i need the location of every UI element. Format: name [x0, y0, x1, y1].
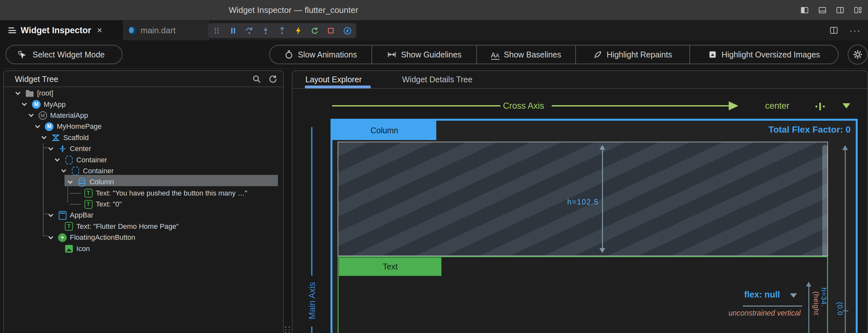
tree-node[interactable]: Center — [4, 143, 283, 154]
image-icon — [64, 244, 74, 253]
chevron-down-icon[interactable] — [842, 103, 850, 109]
cursor-click-icon — [17, 50, 27, 59]
split-editor-icon[interactable] — [829, 26, 838, 35]
chevron-down-icon[interactable] — [48, 146, 53, 151]
tree-node[interactable]: AppBar — [4, 210, 283, 221]
height-arrow-icon — [599, 248, 605, 253]
settings-button[interactable] — [848, 44, 868, 64]
height-axis-label: (height — [812, 291, 820, 333]
tree-node[interactable]: TText: "Flutter Demo Home Page" — [4, 221, 283, 232]
chevron-down-icon[interactable] — [28, 112, 34, 117]
free-space-area: h=102.5 — [338, 142, 828, 256]
guidelines-icon — [387, 50, 397, 59]
tree-node[interactable]: Container — [4, 165, 283, 177]
toggle-right-panel-icon[interactable] — [836, 6, 844, 14]
text-icon: T — [64, 222, 74, 231]
tree-node[interactable]: MMyHomePage — [4, 121, 283, 132]
text-icon: T — [84, 189, 93, 198]
refresh-icon[interactable] — [268, 74, 277, 84]
tab-widget-inspector[interactable]: Widget Inspector × — [0, 20, 123, 40]
text-widget-box[interactable]: Text flex: null unconstrained vertical (… — [338, 256, 828, 333]
close-icon[interactable]: × — [97, 26, 102, 35]
tree-node[interactable]: TText: "You have pushed the button this … — [4, 188, 283, 199]
cross-axis-label: Cross Axis — [503, 101, 544, 111]
tree-node[interactable]: MMyApp — [4, 99, 283, 110]
pause-icon[interactable] — [229, 27, 237, 35]
tree-node[interactable]: MMaterialApp — [4, 110, 283, 121]
drag-handle-icon[interactable] — [213, 27, 221, 35]
toggle-highlight-repaints[interactable]: Highlight Repaints — [576, 46, 690, 64]
stopwatch-icon — [284, 50, 293, 59]
constraint-warning: unconstrained vertical — [725, 309, 804, 317]
chevron-down-icon[interactable] — [22, 101, 27, 106]
fab-icon: + — [58, 233, 67, 242]
hot-reload-icon[interactable] — [294, 27, 303, 35]
select-widget-mode-button[interactable]: Select Widget Mode — [5, 45, 123, 64]
cross-axis-alignment-value[interactable]: center — [765, 101, 789, 111]
chevron-down-icon[interactable] — [55, 156, 60, 162]
column-widget-tab[interactable]: Column — [333, 121, 436, 140]
tree-node[interactable]: +FloatingActionButton — [4, 232, 283, 243]
hot-restart-icon[interactable] — [311, 27, 319, 35]
cross-axis-line — [332, 105, 500, 107]
chevron-down-icon[interactable] — [61, 168, 66, 173]
toggle-show-guidelines[interactable]: Show Guidelines — [372, 46, 477, 64]
search-icon[interactable] — [252, 74, 261, 84]
chevron-down-icon[interactable] — [16, 90, 21, 95]
step-over-icon[interactable] — [245, 27, 253, 35]
step-into-icon[interactable] — [261, 27, 270, 35]
chevron-down-icon[interactable] — [68, 179, 73, 184]
chevron-down-icon[interactable] — [48, 212, 53, 217]
total-flex-factor: Total Flex Factor: 0 — [768, 125, 850, 135]
tab-widget-details-tree[interactable]: Widget Details Tree — [402, 71, 472, 89]
flex-value-dropdown[interactable]: flex: null — [744, 290, 780, 300]
widget-tree-panel: Widget Tree [root]MMyAppMMaterialAppMMyH… — [3, 70, 284, 333]
text-widget-tab[interactable]: Text — [339, 258, 441, 276]
tree-node[interactable]: Column — [4, 177, 283, 187]
active-tab-indicator — [305, 86, 371, 88]
customize-layout-icon[interactable] — [854, 6, 862, 14]
flex-underline — [743, 306, 802, 306]
more-actions-icon[interactable]: ··· — [849, 26, 861, 35]
tab-main-dart[interactable]: main.dart — [123, 20, 210, 40]
folder-icon — [25, 89, 34, 98]
main-axis-line — [311, 127, 312, 276]
height-arrow-line — [602, 149, 603, 249]
editor-tab-bar: Widget Inspector × main.dart ··· — [0, 20, 868, 40]
inspector-toolbar: Select Widget Mode Slow AnimationsShow G… — [0, 40, 868, 69]
tree-node[interactable]: TText: "0" — [4, 199, 283, 210]
text-height-arrow-line — [808, 285, 809, 333]
widget-tree-title: Widget Tree — [15, 71, 58, 87]
gear-icon — [852, 49, 863, 60]
scaffold-icon — [51, 133, 61, 142]
column-icon — [77, 178, 87, 186]
column-widget-box[interactable]: Column Total Flex Factor: 0 h=102.5 Text… — [331, 119, 858, 333]
stop-icon[interactable] — [327, 27, 335, 35]
m-filled-icon: M — [31, 100, 41, 109]
tree-node[interactable]: [root] — [4, 88, 283, 99]
tree-node[interactable]: Container — [4, 154, 283, 165]
app-window: Widget Inspector — flutter_counter Widge… — [0, 0, 868, 333]
m-filled-icon: M — [44, 122, 54, 131]
center-icon — [58, 144, 67, 153]
toggle-left-panel-icon[interactable] — [800, 6, 809, 14]
tree-node[interactable]: Icon — [4, 243, 283, 254]
oversized-image-icon — [708, 50, 717, 59]
widget-inspector-icon[interactable] — [343, 27, 352, 35]
toggle-highlight-oversized-images[interactable]: Highlight Oversized Images — [690, 46, 838, 64]
chevron-down-icon[interactable] — [790, 293, 797, 298]
tree-node[interactable]: Scaffold — [4, 132, 283, 143]
chevron-down-icon[interactable] — [35, 123, 40, 128]
menu-icon — [8, 27, 16, 33]
chevron-down-icon[interactable] — [41, 134, 47, 140]
panel-splitter-handle[interactable] — [285, 327, 290, 333]
chevron-down-icon[interactable] — [48, 234, 53, 239]
toggle-slow-animations[interactable]: Slow Animations — [270, 46, 372, 64]
toggle-show-baselines[interactable]: AAShow Baselines — [477, 46, 576, 64]
step-out-icon[interactable] — [278, 27, 286, 35]
window-title: Widget Inspector — flutter_counter — [181, 0, 406, 20]
tree-branch — [70, 204, 81, 205]
free-space-height-value: h=102.5 — [532, 198, 599, 207]
toggle-bottom-panel-icon[interactable] — [818, 6, 827, 14]
title-bar: Widget Inspector — flutter_counter — [0, 0, 868, 20]
